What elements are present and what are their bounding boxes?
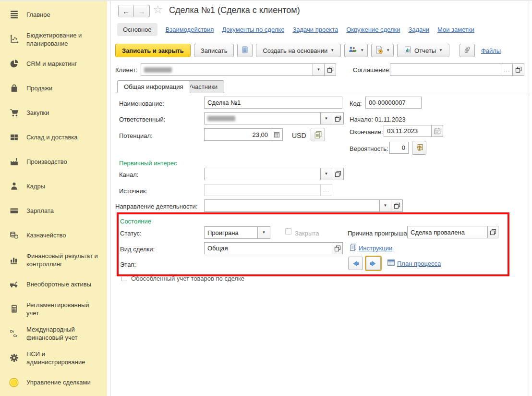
nav-link-interactions[interactable]: Взаимодействия xyxy=(166,26,214,33)
potential-field[interactable]: 23,00 xyxy=(204,128,283,141)
back-button[interactable]: ← xyxy=(118,5,134,17)
structure-button[interactable] xyxy=(237,44,253,57)
sidebar-item-deal-management[interactable]: Управление сделками xyxy=(0,370,107,395)
channel-dropdown-button[interactable]: ▼ xyxy=(321,168,332,180)
loss-reason-open-button[interactable] xyxy=(488,226,498,238)
loss-reason-label: Причина проигрыша: xyxy=(348,230,409,237)
deal-type-value[interactable]: Общая xyxy=(204,242,332,254)
status-value[interactable]: Проиграна xyxy=(204,226,258,239)
sidebar-item-treasury[interactable]: Казначейство xyxy=(0,223,107,248)
deal-type-open-button[interactable] xyxy=(332,242,343,254)
channel-open-button[interactable] xyxy=(332,168,344,180)
business-direction-dropdown-button[interactable]: ▼ xyxy=(380,199,391,212)
sidebar-item-international-accounting[interactable]: DrCr Международный финансовый учет xyxy=(0,321,107,346)
stage-previous-button[interactable] xyxy=(348,257,363,270)
nav-link-deal-environment[interactable]: Окружение сделки xyxy=(346,26,400,33)
reminders-menu-button[interactable]: ▼ xyxy=(371,44,394,57)
code-field[interactable]: 00-00000007 xyxy=(365,97,422,109)
administration-gear-icon xyxy=(9,353,19,362)
sidebar-item-hr[interactable]: Кадры xyxy=(0,174,107,198)
nav-link-deal-documents[interactable]: Документы по сделке xyxy=(222,26,284,33)
loss-reason-field[interactable]: Сделка провалена xyxy=(407,226,498,238)
channel-value[interactable] xyxy=(204,168,321,180)
client-dropdown-button[interactable]: ▼ xyxy=(313,63,325,76)
name-label: Наименование: xyxy=(119,100,164,107)
status-combobox[interactable]: Проиграна ▼ xyxy=(204,226,270,239)
name-field[interactable]: Сделка №1 xyxy=(204,97,342,109)
sidebar-item-warehouse-delivery[interactable]: Склад и доставка xyxy=(0,125,107,149)
sidebar-item-main[interactable]: Главное xyxy=(0,2,107,27)
closed-checkbox-label: Закрыта xyxy=(295,230,319,237)
probability-input[interactable]: 0 xyxy=(389,142,409,154)
potential-calculator-button[interactable] xyxy=(271,128,283,141)
client-value[interactable] xyxy=(141,63,313,76)
sidebar-item-budgeting[interactable]: Бюджетирование и планирование xyxy=(0,27,107,51)
hr-person-icon xyxy=(9,182,19,191)
code-input[interactable]: 00-00000007 xyxy=(365,97,422,109)
status-dropdown-button[interactable]: ▼ xyxy=(258,226,270,239)
probability-field[interactable]: 0 xyxy=(389,142,409,154)
responsible-open-button[interactable] xyxy=(332,112,344,124)
sidebar-item-financial-result[interactable]: Финансовый результат и контроллинг xyxy=(0,248,107,272)
client-combobox[interactable]: ▼ xyxy=(141,63,336,76)
save-button[interactable]: Записать xyxy=(194,44,234,57)
agreement-select-button[interactable]: ... xyxy=(501,63,513,76)
calculator-icon xyxy=(274,132,280,138)
sidebar-item-regulated-accounting[interactable]: Регламентированный учет xyxy=(0,297,107,321)
sidebar-item-purchases[interactable]: Закупки xyxy=(0,100,107,125)
name-input[interactable]: Сделка №1 xyxy=(204,97,342,109)
history-nav-group: ← → xyxy=(118,5,150,17)
favorite-star-icon[interactable]: ☆ xyxy=(153,3,163,16)
potential-input[interactable]: 23,00 xyxy=(204,128,271,141)
open-icon xyxy=(335,171,341,177)
sidebar-item-sales[interactable]: Продажи xyxy=(0,76,107,100)
sidebar-item-non-current-assets[interactable]: Внеоборотные активы xyxy=(0,272,107,297)
end-date-calendar-button[interactable] xyxy=(432,125,443,137)
scales-icon xyxy=(415,144,423,152)
business-direction-value[interactable] xyxy=(204,199,380,212)
sidebar-item-crm-marketing[interactable]: CRM и маркетинг xyxy=(0,51,107,76)
stage-next-button[interactable] xyxy=(366,257,381,270)
process-plan-link[interactable]: План процесса xyxy=(397,260,441,267)
source-field[interactable]: ... xyxy=(204,184,332,196)
reports-button[interactable]: Отчеты▼ xyxy=(397,44,449,57)
forward-button[interactable]: → xyxy=(134,5,150,17)
tab-main[interactable]: Основное xyxy=(117,23,157,36)
files-link[interactable]: Файлы xyxy=(481,47,501,54)
responsible-value[interactable] xyxy=(204,112,321,124)
responsible-combobox[interactable]: ▼ xyxy=(204,112,344,124)
deal-type-field[interactable]: Общая xyxy=(204,242,343,254)
business-direction-open-button[interactable] xyxy=(391,199,403,212)
separate-accounting-checkbox[interactable] xyxy=(121,275,127,281)
create-based-on-button[interactable]: Создать на основании▼ xyxy=(256,44,341,57)
responsible-dropdown-button[interactable]: ▼ xyxy=(321,112,332,124)
closed-checkbox[interactable] xyxy=(285,228,291,235)
channel-combobox[interactable]: ▼ xyxy=(204,168,344,180)
nav-link-project-tasks[interactable]: Задачи проекта xyxy=(292,26,338,33)
attachments-button[interactable] xyxy=(459,44,475,57)
end-date-field[interactable]: 03.11.2023 xyxy=(384,125,443,137)
sidebar-item-production[interactable]: Производство xyxy=(0,149,107,174)
agreement-value[interactable] xyxy=(390,63,501,76)
instructions-link[interactable]: Инструкции xyxy=(359,245,392,252)
sidebar-item-payroll[interactable]: Зарплата xyxy=(0,198,107,223)
save-and-close-button[interactable]: Записать и закрыть xyxy=(115,44,191,57)
tab-general-info[interactable]: Общая информация xyxy=(117,80,190,93)
loss-reason-value[interactable]: Сделка провалена xyxy=(407,226,488,238)
add-contact-menu-button[interactable]: ▼ xyxy=(344,44,368,57)
nav-link-tasks[interactable]: Задачи xyxy=(408,26,429,33)
source-value[interactable] xyxy=(204,184,321,196)
agreement-open-button[interactable] xyxy=(513,63,524,76)
business-direction-combobox[interactable]: ▼ xyxy=(204,199,403,212)
nav-link-my-notes[interactable]: Мои заметки xyxy=(437,26,474,33)
source-select-button[interactable]: ... xyxy=(321,184,332,196)
end-date-input[interactable]: 03.11.2023 xyxy=(384,125,432,137)
agreement-field[interactable]: ... xyxy=(390,63,524,76)
probability-evaluate-button[interactable] xyxy=(412,141,426,155)
scrollbar-track[interactable] xyxy=(529,1,529,396)
sidebar-item-master-data-administration[interactable]: НСИ и администрирование xyxy=(0,346,107,370)
business-direction-label: Направление деятельности: xyxy=(115,203,197,210)
crm-pie-icon xyxy=(9,59,19,68)
client-open-button[interactable] xyxy=(325,63,336,76)
exchange-rates-button[interactable] xyxy=(311,128,325,141)
